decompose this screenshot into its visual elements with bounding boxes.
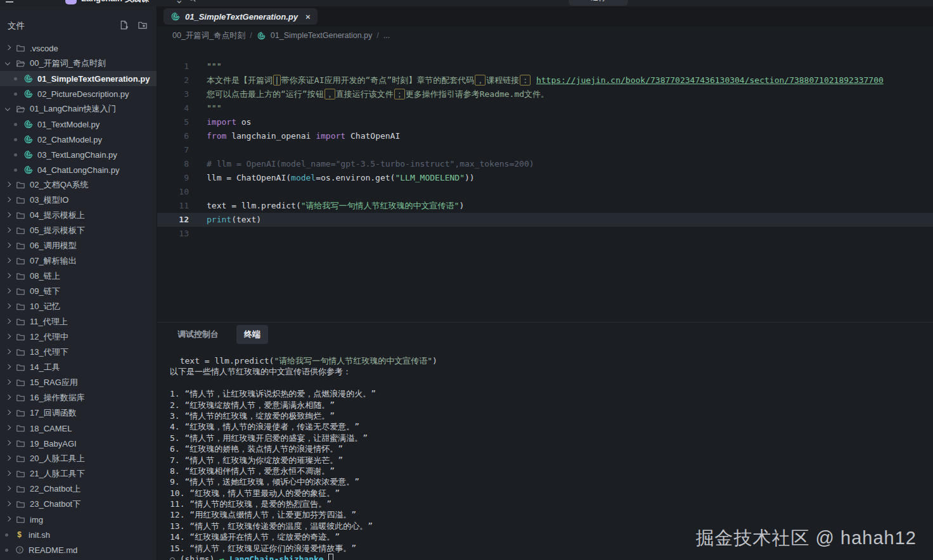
terminal-text: 11. “情人节的红玫瑰，是爱的热烈宣告。” bbox=[170, 499, 331, 509]
tree-item-label: 08_链上 bbox=[30, 270, 60, 282]
tree-folder-item[interactable]: 23_Chatbot下 bbox=[0, 497, 157, 512]
tree-folder-item[interactable]: 09_链下 bbox=[0, 284, 157, 299]
code-token: | bbox=[273, 75, 281, 86]
tree-file-item[interactable]: ≡requirements.txt bbox=[0, 557, 157, 560]
tree-folder-item[interactable]: 00_开篇词_奇点时刻 bbox=[0, 56, 157, 71]
new-folder-icon[interactable] bbox=[138, 20, 148, 32]
code-token: text = llm.predict( bbox=[207, 201, 301, 210]
tree-file-item[interactable]: 01_TextModel.py bbox=[0, 117, 157, 132]
code-token: "LLM_MODELEND" bbox=[395, 173, 465, 182]
tree-folder-item[interactable]: 22_Chatbot上 bbox=[0, 481, 157, 497]
folder-icon bbox=[16, 409, 25, 418]
search-icon[interactable] bbox=[188, 0, 196, 5]
terminal-text: 1. “情人节，让红玫瑰诉说炽热的爱，点燃浪漫的火。” bbox=[170, 389, 376, 398]
terminal-text: 3. “情人节的红玫瑰，绽放爱的极致绚烂。” bbox=[170, 411, 335, 421]
chevron-down-icon[interactable]: ⌄ bbox=[175, 0, 183, 6]
tree-folder-item[interactable]: 14_工具 bbox=[0, 360, 157, 375]
tree-folder-item[interactable]: .vscode bbox=[0, 41, 157, 56]
folder-icon bbox=[16, 181, 25, 190]
tab-simple-text-generation[interactable]: 01_SimpleTextGeneration.py × bbox=[164, 8, 318, 25]
line-number: 10 bbox=[157, 185, 189, 199]
tree-folder-item[interactable]: img bbox=[0, 512, 157, 527]
tree-folder-item[interactable]: 15_RAG应用 bbox=[0, 375, 157, 390]
sidebar: 文件 .vscode00_开篇词_奇点时刻01_SimpleTextGenera… bbox=[0, 6, 157, 560]
tree-folder-item[interactable]: 18_CAMEL bbox=[0, 421, 157, 436]
code-line[interactable]: 4""" bbox=[157, 101, 933, 115]
breadcrumb-folder[interactable]: 00_开篇词_奇点时刻 bbox=[172, 30, 245, 41]
code-line[interactable]: 2本文件是【开篇词|带你亲证AI应用开发的“奇点”时刻】章节的配套代码，课程链接… bbox=[157, 73, 933, 87]
tree-file-item[interactable]: 03_TextLangChain.py bbox=[0, 147, 157, 162]
tree-file-item[interactable]: $init.sh bbox=[0, 527, 157, 542]
folder-icon bbox=[16, 241, 25, 251]
code-line[interactable]: 13 bbox=[157, 227, 933, 241]
tree-file-item[interactable]: 01_SimpleTextGeneration.py bbox=[0, 71, 157, 86]
tree-folder-item[interactable]: 03_模型IO bbox=[0, 193, 157, 208]
code-area[interactable]: 1"""2本文件是【开篇词|带你亲证AI应用开发的“奇点”时刻】章节的配套代码，… bbox=[157, 44, 933, 322]
workspace-icon bbox=[65, 0, 77, 4]
code-line[interactable]: 10 bbox=[157, 185, 933, 199]
code-line[interactable]: 3您可以点击最上方的“运行”按钮，直接运行该文件；更多操作指引请参考Readme… bbox=[157, 87, 933, 101]
tree-item-label: 05_提示模板下 bbox=[30, 225, 85, 236]
tree-file-item[interactable]: 02_PictureDescription.py bbox=[0, 86, 157, 101]
code-line[interactable]: 1""" bbox=[157, 60, 933, 73]
debug-console-tab[interactable]: 调试控制台 bbox=[170, 325, 226, 344]
terminal-text: ) bbox=[432, 356, 437, 366]
chevron-icon bbox=[5, 197, 11, 203]
tree-folder-item[interactable]: 13_代理下 bbox=[0, 345, 157, 360]
terminal-output[interactable]: text = llm.predict("请给我写一句情人节红玫瑰的中文宣传语")… bbox=[157, 347, 933, 560]
terminal-tab[interactable]: 终端 bbox=[236, 325, 268, 344]
code-line-content bbox=[189, 185, 207, 199]
code-line[interactable]: 5import os bbox=[157, 115, 933, 129]
tree-item-label: 12_代理中 bbox=[30, 331, 68, 343]
tree-item-label: 03_TextLangChain.py bbox=[37, 150, 117, 160]
chevron-icon bbox=[5, 334, 11, 340]
tree-file-item[interactable]: 02_ChatModel.py bbox=[0, 132, 157, 147]
tree-folder-item[interactable]: 12_代理中 bbox=[0, 329, 157, 345]
tree-folder-item[interactable]: 07_解析输出 bbox=[0, 253, 157, 269]
terminal-line: 6. “红玫瑰的娇艳，装点情人节的浪漫情怀。” bbox=[170, 443, 933, 454]
folder-icon bbox=[16, 500, 25, 509]
folder-icon bbox=[16, 348, 25, 357]
tree-folder-item[interactable]: 19_BabyAGI bbox=[0, 436, 157, 451]
code-line[interactable]: 7 bbox=[157, 143, 933, 157]
tree-folder-item[interactable]: 10_记忆 bbox=[0, 299, 157, 314]
breadcrumb-file[interactable]: 01_SimpleTextGeneration.py bbox=[271, 31, 373, 40]
run-button[interactable]: 运行 bbox=[569, 0, 628, 6]
terminal-text: text = llm.predict( bbox=[170, 356, 274, 366]
tree-item-label: 01_SimpleTextGeneration.py bbox=[37, 74, 150, 84]
tree-file-item[interactable]: 04_ChatLongChain.py bbox=[0, 162, 157, 177]
tree-item-label: README.md bbox=[29, 545, 77, 555]
breadcrumb-more[interactable]: ... bbox=[383, 31, 390, 40]
tree-folder-item[interactable]: 21_人脉工具下 bbox=[0, 466, 157, 481]
course-link[interactable]: https://juejin.cn/book/73877023474361303… bbox=[536, 75, 884, 85]
tree-folder-item[interactable]: 20_人脉工具上 bbox=[0, 451, 157, 466]
chevron-icon bbox=[5, 425, 11, 431]
workspace-title: Langchain 实战课 bbox=[81, 0, 150, 4]
chevron-icon bbox=[5, 182, 11, 188]
tree-folder-item[interactable]: 08_链上 bbox=[0, 269, 157, 284]
menu-icon[interactable] bbox=[4, 0, 15, 6]
tree-folder-item[interactable]: 01_LangChain快速入门 bbox=[0, 101, 157, 117]
tree-folder-item[interactable]: 17_回调函数 bbox=[0, 405, 157, 421]
tree-folder-item[interactable]: 16_操作数据库 bbox=[0, 390, 157, 405]
tree-file-item[interactable]: ?README.md bbox=[0, 542, 157, 557]
topbar: ••• Langchain 实战课 ⌄ 运行 bbox=[0, 0, 933, 6]
code-line[interactable]: 12print(text) bbox=[157, 213, 933, 227]
terminal-line: 5. “情人节，用红玫瑰开启爱的盛宴，让甜蜜满溢。” bbox=[170, 433, 933, 443]
code-line[interactable]: 8# llm = OpenAI(model_name="gpt-3.5-turb… bbox=[157, 157, 933, 171]
tree-folder-item[interactable]: 04_提示模板上 bbox=[0, 208, 157, 223]
code-token: import bbox=[316, 131, 345, 141]
code-line[interactable]: 11text = llm.predict("请给我写一句情人节红玫瑰的中文宣传语… bbox=[157, 199, 933, 213]
code-token: ： bbox=[520, 75, 531, 86]
tree-folder-item[interactable]: 05_提示模板下 bbox=[0, 223, 157, 238]
terminal-text: 15. “情人节，红玫瑰见证你们的浪漫爱情故事。” bbox=[170, 544, 356, 553]
folder-open-icon bbox=[16, 105, 25, 114]
code-line[interactable]: 6from langchain_openai import ChatOpenAI bbox=[157, 129, 933, 143]
tree-folder-item[interactable]: 02_文档QA系统 bbox=[0, 177, 157, 193]
tree-folder-item[interactable]: 11_代理上 bbox=[0, 314, 157, 329]
terminal-line: 9. “情人节，送她红玫瑰，倾诉心中的浓浓爱意。” bbox=[170, 476, 933, 487]
close-icon[interactable]: × bbox=[306, 12, 311, 22]
code-line[interactable]: 9llm = ChatOpenAI(model=os.environ.get("… bbox=[157, 171, 933, 185]
tree-folder-item[interactable]: 06_调用模型 bbox=[0, 238, 157, 253]
new-file-icon[interactable] bbox=[119, 20, 129, 32]
